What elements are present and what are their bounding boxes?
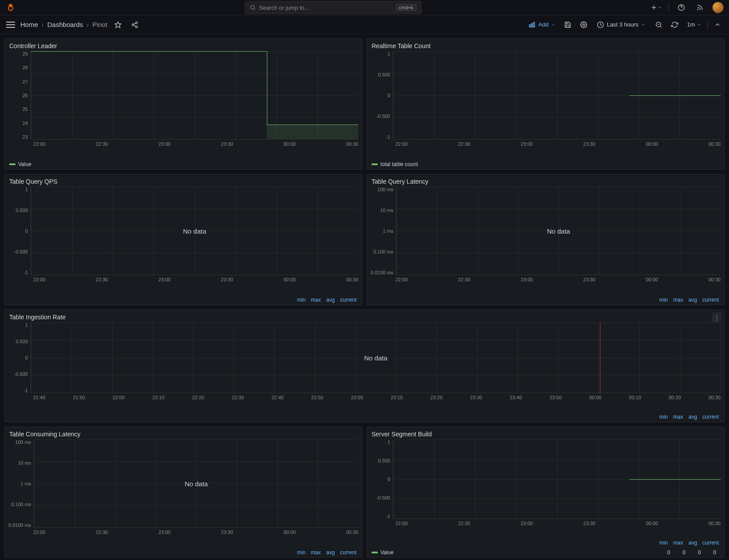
stats-row: min max avg current (5, 412, 724, 422)
tick-label: 1 (25, 322, 28, 328)
grafana-logo-icon[interactable] (5, 2, 16, 13)
y-axis: 29282726252423 (8, 51, 30, 140)
refresh-interval-button[interactable]: 1m (684, 19, 704, 30)
panel-menu-icon[interactable]: ⋮ (712, 313, 721, 322)
plot-area[interactable] (30, 51, 358, 140)
plot-area[interactable]: No data (30, 187, 358, 275)
tick-label: 23:00 (158, 141, 171, 147)
svg-line-20 (660, 26, 661, 27)
panel-title[interactable]: Server Segment Build (367, 427, 724, 439)
tick-label: 27 (23, 79, 28, 84)
y-axis: 10.5000-0.500-1 (371, 439, 393, 519)
stat-max[interactable]: max (311, 297, 321, 303)
stat-max[interactable]: max (311, 549, 321, 556)
tick-label: 0.500 (378, 72, 390, 77)
val-max: 0 (683, 549, 686, 556)
no-data-label: No data (183, 227, 206, 235)
chevron-right-icon: › (42, 21, 44, 28)
stat-min[interactable]: min (659, 297, 668, 303)
search-input[interactable]: Search or jump to... cmd+k (245, 1, 421, 14)
tick-label: 23:00 (520, 521, 533, 526)
plot-area[interactable]: No data (396, 187, 721, 275)
tick-label: 22:30 (458, 277, 471, 282)
stat-max[interactable]: max (673, 540, 683, 546)
panel-title[interactable]: Table Query Latency (367, 174, 724, 187)
tick-label: 23:00 (351, 395, 363, 400)
tick-label: 10 ms (18, 460, 31, 465)
avatar[interactable] (712, 2, 724, 13)
share-icon[interactable] (129, 19, 141, 31)
stat-avg[interactable]: avg (326, 549, 334, 556)
menu-toggle-icon[interactable] (5, 19, 16, 30)
panel-title[interactable]: Realtime Table Count (367, 39, 724, 51)
tick-label: 28 (23, 65, 28, 70)
star-icon[interactable] (112, 19, 124, 31)
stat-avg[interactable]: avg (688, 540, 697, 546)
time-range-button[interactable]: Last 3 hours (593, 19, 649, 30)
stat-min[interactable]: min (659, 540, 668, 546)
legend[interactable]: Value (372, 549, 394, 556)
tick-label: 0.100 ms (11, 502, 31, 507)
zoom-out-icon[interactable] (653, 19, 665, 31)
tick-label: 10 ms (380, 208, 393, 213)
collapse-icon[interactable] (711, 19, 724, 31)
save-icon[interactable] (562, 19, 574, 31)
stat-max[interactable]: max (673, 297, 683, 303)
svg-point-7 (698, 9, 698, 10)
panel-title[interactable]: Controller Leader (5, 39, 362, 51)
stats-row: min max avg current (5, 295, 362, 305)
stat-avg[interactable]: avg (688, 414, 697, 420)
stat-current[interactable]: current (702, 540, 719, 546)
stat-max[interactable]: max (673, 414, 683, 420)
tick-label: -0.500 (376, 495, 390, 500)
breadcrumb-dashboards[interactable]: Dashboards (47, 21, 83, 28)
stat-min[interactable]: min (659, 414, 668, 420)
plot-area[interactable] (393, 51, 721, 140)
stat-current[interactable]: current (702, 297, 719, 303)
x-axis: 22:0022:3023:0023:3000:0000:30 (8, 140, 358, 147)
breadcrumb-home[interactable]: Home (20, 21, 38, 28)
tick-label: 0.100 ms (373, 249, 393, 254)
stat-avg[interactable]: avg (688, 297, 697, 303)
stat-avg[interactable]: avg (326, 297, 334, 303)
tick-label: 22:00 (395, 141, 408, 147)
legend-label: total table count (380, 161, 418, 167)
stat-current[interactable]: current (340, 297, 357, 303)
panel-title[interactable]: Table Query QPS (5, 174, 362, 187)
time-range-label: Last 3 hours (607, 21, 638, 28)
breadcrumb: Home › Dashboards › Pinot (20, 21, 107, 28)
legend[interactable]: Value (5, 159, 362, 169)
refresh-icon[interactable] (668, 19, 681, 31)
panel-title[interactable]: Table Consuming Latency (5, 427, 362, 439)
panel-table-query-qps: Table Query QPS 10.5000-0.500-1 No data … (4, 174, 362, 305)
stat-current[interactable]: current (340, 549, 357, 556)
add-panel-button[interactable]: Add (526, 19, 558, 30)
tick-label: -1 (386, 134, 390, 140)
tick-label: 21:40 (33, 395, 46, 400)
tick-label: 00:00 (589, 395, 602, 400)
plot-area[interactable]: No data (30, 322, 721, 393)
tick-label: 22:40 (271, 395, 284, 400)
legend[interactable]: total table count (367, 159, 724, 169)
gear-icon[interactable] (577, 19, 590, 31)
topbar: Search or jump to... cmd+k (0, 0, 729, 15)
tick-label: 00:00 (646, 277, 658, 282)
tick-label: 1 ms (383, 228, 394, 234)
help-icon[interactable] (675, 1, 687, 14)
stat-min[interactable]: min (297, 549, 305, 556)
panel-title[interactable]: Table Ingestion Rate (5, 310, 724, 322)
stats-row: min max avg current (5, 548, 362, 557)
tick-label: 00:30 (708, 521, 721, 526)
plot-area[interactable]: No data (34, 439, 358, 528)
add-menu-icon[interactable] (650, 1, 662, 14)
y-axis: 10.5000-0.500-1 (371, 51, 393, 140)
tick-label: 00:00 (284, 277, 296, 282)
plot-area[interactable] (393, 439, 721, 519)
stat-current[interactable]: current (702, 414, 719, 420)
tick-label: 00:10 (629, 395, 642, 400)
rss-icon[interactable] (694, 1, 706, 14)
tick-label: 1 (387, 51, 390, 57)
tick-label: 22:30 (96, 530, 108, 535)
stat-min[interactable]: min (297, 297, 305, 303)
annotation-line (600, 322, 600, 393)
